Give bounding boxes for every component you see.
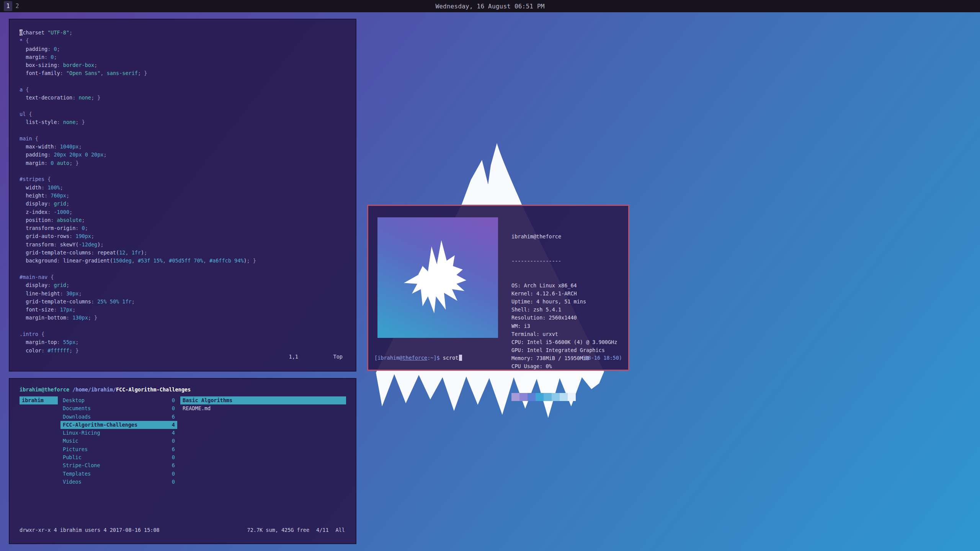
code-line[interactable]: margin: 0; — [20, 53, 353, 61]
dir-row[interactable]: Documents0 — [60, 404, 177, 412]
code-token: ; } — [138, 70, 147, 76]
code-token: transform-origin — [26, 225, 75, 231]
code-line[interactable]: grid-template-columns: 25% 50% 1fr; — [20, 298, 353, 306]
code-token — [20, 152, 26, 158]
code-token: ; — [75, 339, 78, 345]
code-token: ; — [66, 201, 69, 207]
code-line[interactable]: font-family: "Open Sans", sans-serif; } — [20, 69, 353, 77]
code-line[interactable] — [20, 322, 353, 330]
prompt-line[interactable]: [ibrahim@theforce:~]$ scrot (08-16 18:50… — [374, 355, 622, 363]
code-line[interactable]: grid-auto-rows: 190px; — [20, 232, 353, 240]
code-token — [44, 176, 47, 182]
code-line[interactable]: z-index: -1000; — [20, 208, 353, 216]
code-line[interactable]: position: absolute; — [20, 216, 353, 224]
code-line[interactable]: transform-origin: 0; — [20, 224, 353, 232]
code-token: ; — [72, 306, 75, 313]
code-token: .intro — [20, 331, 38, 337]
code-token — [57, 306, 60, 313]
code-token: : — [54, 306, 57, 313]
vim-statusline: 1,1 Top — [10, 354, 356, 362]
code-line[interactable]: display: grid; — [20, 200, 353, 208]
dir-row[interactable]: Pictures6 — [60, 445, 177, 453]
code-line[interactable]: margin-bottom: 130px; } — [20, 314, 353, 322]
vim-buffer[interactable]: @charset "UTF-8";* { padding: 0; margin:… — [20, 29, 353, 355]
code-line[interactable]: grid-template-columns: repeat(12, 1fr); — [20, 249, 353, 257]
ranger-status-right: 72.7K sum, 425G free4/11All — [240, 527, 345, 535]
code-token: #05d5ff — [169, 258, 191, 264]
dir-row[interactable]: Linux-Ricing4 — [60, 429, 177, 437]
code-line[interactable]: box-sizing: border-box; — [20, 61, 353, 69]
dir-row[interactable]: Desktop0 — [60, 396, 177, 404]
dir-name: Desktop — [63, 396, 172, 404]
code-token: ; — [66, 282, 69, 288]
dir-count: 0 — [172, 404, 175, 412]
dir-row[interactable]: Downloads6 — [60, 413, 177, 421]
code-token — [57, 143, 60, 150]
code-token: * — [20, 37, 23, 44]
code-line[interactable]: .intro { — [20, 330, 353, 338]
code-line[interactable]: transform: skewY(-12deg); — [20, 241, 353, 249]
prompt-prefix: [ibrahim@ — [374, 355, 402, 361]
dir-row[interactable]: Public0 — [60, 453, 177, 461]
dir-name: Videos — [63, 478, 172, 486]
code-line[interactable]: #stripes { — [20, 175, 353, 183]
dir-row[interactable]: Music0 — [60, 437, 177, 445]
dir-row[interactable]: Stripe-Clone6 — [60, 461, 177, 469]
code-line[interactable]: margin-top: 55px; — [20, 338, 353, 346]
code-token: -1000 — [54, 209, 69, 215]
code-token: 1040px — [60, 143, 79, 150]
code-token — [63, 290, 66, 297]
code-line[interactable]: display: grid; — [20, 281, 353, 289]
neofetch-info-line: CPU: Intel i5-6600K (4) @ 3.900GHz — [511, 338, 617, 346]
code-line[interactable]: line-height: 30px; — [20, 290, 353, 298]
code-line[interactable] — [20, 127, 353, 135]
code-line[interactable]: main { — [20, 135, 353, 143]
code-line[interactable]: padding: 0; — [20, 45, 353, 53]
parent-dir-item[interactable]: ibrahim — [20, 396, 58, 404]
code-token: skewY( — [60, 241, 79, 248]
code-token: ; — [69, 209, 72, 215]
dir-count: 0 — [172, 453, 175, 461]
code-line[interactable]: max-width: 1040px; — [20, 143, 353, 151]
preview-column: Basic AlgorithmsREADME.md — [180, 396, 346, 413]
preview-row[interactable]: Basic Algorithms — [180, 396, 346, 404]
code-line[interactable]: width: 100%; — [20, 184, 353, 192]
palette-swatch — [519, 393, 528, 401]
dir-row[interactable]: Templates0 — [60, 470, 177, 478]
code-line[interactable]: height: 760px; — [20, 192, 353, 200]
code-token — [20, 46, 26, 52]
code-token: : — [54, 143, 57, 150]
code-token: a — [20, 86, 23, 93]
code-token: auto — [57, 160, 70, 166]
code-token: 25% — [97, 298, 106, 305]
code-line[interactable]: font-size: 17px; — [20, 306, 353, 314]
code-token — [135, 258, 138, 264]
preview-row[interactable]: README.md — [180, 404, 346, 412]
code-line[interactable] — [20, 78, 353, 86]
dir-row[interactable]: Videos0 — [60, 478, 177, 486]
code-line[interactable]: @charset "UTF-8"; — [20, 29, 353, 37]
code-token — [20, 217, 26, 223]
dir-row[interactable]: FCC-Algorithm-Challenges4 — [60, 421, 177, 429]
code-line[interactable]: a { — [20, 86, 353, 94]
code-line[interactable]: background: linear-gradient(150deg, #53f… — [20, 257, 353, 265]
code-line[interactable]: list-style: none; } — [20, 118, 353, 126]
code-line[interactable]: text-decoration: none; } — [20, 94, 353, 102]
code-token: ; } — [69, 347, 78, 354]
code-line[interactable]: * { — [20, 37, 353, 45]
code-token — [20, 249, 26, 256]
code-line[interactable] — [20, 102, 353, 110]
dir-count: 0 — [172, 478, 175, 486]
directory-column: Desktop0Documents0Downloads6FCC-Algorith… — [60, 396, 177, 486]
code-line[interactable]: padding: 20px 20px 0 20px; — [20, 151, 353, 159]
code-line[interactable]: margin: 0 auto; } — [20, 159, 353, 167]
code-token — [78, 225, 82, 231]
code-token: list-style — [26, 119, 57, 125]
code-line[interactable]: ul { — [20, 110, 353, 118]
code-line[interactable]: #main-nav { — [20, 273, 353, 281]
code-line[interactable] — [20, 265, 353, 273]
code-token — [20, 201, 26, 207]
code-token — [60, 119, 63, 125]
ranger-window: ibrahim@theforce /home/ibrahim/FCC-Algor… — [9, 378, 356, 544]
code-line[interactable] — [20, 167, 353, 175]
